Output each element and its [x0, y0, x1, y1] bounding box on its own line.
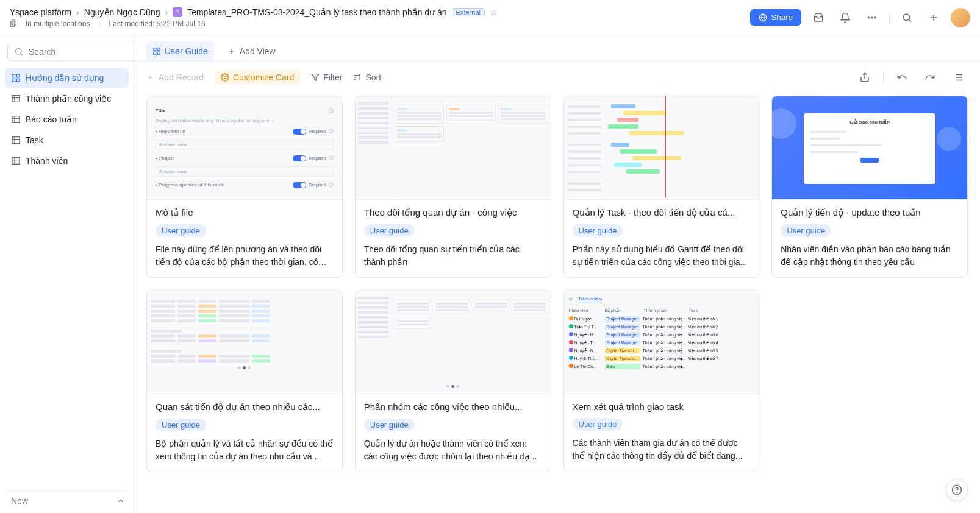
filter-button[interactable]: Filter: [311, 73, 342, 82]
card-tag: User guide: [573, 224, 623, 237]
sidebar-item-components[interactable]: Thành phần công việc: [5, 89, 129, 108]
card[interactable]: Quan sát tiến độ dự án theo nhiều các...…: [146, 290, 343, 472]
undo-icon[interactable]: [892, 68, 912, 87]
plus-icon: [227, 47, 236, 55]
breadcrumb-item[interactable]: Templates_PRO-TMS-03-2024_Quản lý task t…: [187, 7, 446, 17]
sidebar-item-label: Thành viên: [26, 156, 68, 166]
add-record-button[interactable]: Add Record: [146, 73, 204, 82]
sidebar-item-label: Task: [26, 135, 43, 145]
svg-rect-11: [12, 116, 20, 123]
locations-text[interactable]: In multiple locations: [26, 19, 90, 28]
breadcrumb-item[interactable]: Yspace platform: [10, 7, 71, 17]
breadcrumb-item[interactable]: Nguyễn Ngọc Dũng: [84, 7, 160, 17]
bell-icon[interactable]: [835, 8, 855, 27]
search-input[interactable]: [7, 43, 142, 61]
table-icon: [11, 156, 21, 166]
card-tag: User guide: [156, 224, 206, 237]
svg-rect-10: [12, 96, 20, 102]
search-icon: [14, 47, 24, 57]
table-icon: [11, 135, 21, 145]
document-icon: ≡: [173, 7, 182, 17]
card-tag: User guide: [364, 224, 415, 237]
card-desc: Bộ phận quản lý và tất cả nhân sự đều có…: [156, 437, 334, 463]
card-thumbnail: ánTrách nhiệm Nhân viênBộ phậnThành phần…: [564, 291, 759, 394]
avatar[interactable]: [951, 8, 970, 27]
customize-card-button[interactable]: Customize Card: [215, 70, 300, 85]
chevron-up-icon[interactable]: [116, 497, 125, 505]
card-title: Xem xét quá trình giao task: [573, 402, 751, 412]
grid-icon: [11, 73, 21, 83]
svg-point-1: [868, 16, 870, 18]
gallery-icon: [152, 47, 161, 55]
star-icon[interactable]: ☆: [490, 7, 498, 17]
sidebar-item-task[interactable]: Task: [5, 130, 129, 150]
sidebar-item-weekly-report[interactable]: Báo cáo tuần: [5, 110, 129, 129]
breadcrumb: Yspace platform › Nguyễn Ngọc Dũng › ≡ T…: [10, 7, 498, 17]
card-title: Quản lý tiến độ - update theo tuần: [781, 207, 959, 218]
sort-icon: [353, 73, 362, 82]
gear-icon: [221, 73, 229, 82]
help-button[interactable]: [946, 479, 968, 501]
sidebar-item-label: Thành phần công việc: [26, 94, 111, 104]
redo-icon[interactable]: [920, 68, 940, 87]
card[interactable]: Quản lý Task - theo dõi tiến độ của cá..…: [563, 96, 760, 278]
card[interactable]: ánTrách nhiệm Nhân viênBộ phậnThành phần…: [563, 290, 760, 472]
card-title: Quan sát tiến độ dự án theo nhiều các...: [156, 402, 334, 412]
card[interactable]: Theo dõi tổng quan dự án - công việc Use…: [355, 96, 551, 278]
card-desc: Theo dõi tổng quan sự tiến triển của các…: [364, 243, 542, 269]
sidebar: Hướng dẫn sử dụng Thành phần công việc B…: [0, 35, 134, 513]
card-title: Mô tả file: [156, 207, 334, 218]
svg-rect-8: [12, 79, 15, 82]
card[interactable]: Gửi báo cáo tuần Quản lý tiến độ - updat…: [771, 96, 968, 278]
card-tag: User guide: [364, 419, 415, 431]
share-link-icon[interactable]: [855, 68, 874, 87]
card-grid: Titleⓘ Display calculation results only.…: [134, 93, 980, 497]
tab-user-guide[interactable]: User Guide: [146, 41, 214, 61]
card-title: Phân nhóm các công việc theo nhiều...: [364, 402, 542, 412]
card-thumbnail: [356, 96, 551, 200]
card-desc: Nhân viên điền vào phần báo cáo hàng tuầ…: [781, 243, 959, 269]
last-modified: Last modified: 5:22 PM Jul 16: [109, 19, 206, 28]
svg-point-18: [224, 76, 226, 79]
view-tabs: User Guide Add View: [134, 35, 980, 62]
svg-rect-6: [12, 74, 15, 77]
add-view-button[interactable]: Add View: [221, 41, 282, 61]
card-thumbnail: Titleⓘ Display calculation results only.…: [147, 96, 342, 200]
card[interactable]: Titleⓘ Display calculation results only.…: [146, 96, 343, 278]
svg-rect-14: [154, 48, 156, 51]
new-button-label[interactable]: New: [11, 496, 28, 506]
share-button[interactable]: Share: [750, 9, 801, 26]
sidebar-item-label: Hướng dẫn sử dụng: [26, 73, 104, 83]
svg-point-4: [903, 14, 910, 21]
table-icon: [11, 115, 21, 124]
svg-point-20: [957, 492, 957, 492]
card-tag: User guide: [156, 419, 206, 431]
svg-rect-17: [157, 52, 160, 54]
more-icon[interactable]: [862, 8, 882, 27]
search-icon[interactable]: [897, 8, 917, 27]
plus-icon[interactable]: [924, 8, 943, 27]
inbox-icon[interactable]: [809, 8, 828, 27]
card-desc: Phần này sử dụng biểu đồ Gantt để theo d…: [573, 243, 751, 269]
list-settings-icon[interactable]: [948, 68, 968, 87]
external-badge: External: [452, 8, 485, 16]
card-title: Quản lý Task - theo dõi tiến độ của cá..…: [573, 207, 751, 218]
card-thumbnail: [564, 96, 759, 200]
svg-rect-7: [16, 74, 20, 77]
sidebar-item-user-guide[interactable]: Hướng dẫn sử dụng: [5, 68, 129, 88]
chevron-right-icon: ›: [76, 7, 79, 17]
card-title: Theo dõi tổng quan dự án - công việc: [364, 207, 542, 218]
sort-button[interactable]: Sort: [353, 73, 381, 82]
svg-rect-13: [12, 158, 20, 165]
svg-point-5: [16, 49, 21, 54]
card-desc: Quản lý dự án hoặc thành viên có thể xem…: [364, 437, 542, 463]
help-icon: [951, 484, 962, 495]
svg-rect-16: [154, 52, 156, 54]
sidebar-item-members[interactable]: Thành viên: [5, 151, 129, 171]
plus-icon: [146, 73, 155, 82]
sidebar-item-label: Báo cáo tuần: [26, 115, 77, 124]
card[interactable]: Phân nhóm các công việc theo nhiều... Us…: [355, 290, 551, 472]
svg-rect-9: [16, 79, 20, 82]
chevron-right-icon: ›: [165, 7, 168, 17]
svg-point-3: [874, 16, 876, 18]
